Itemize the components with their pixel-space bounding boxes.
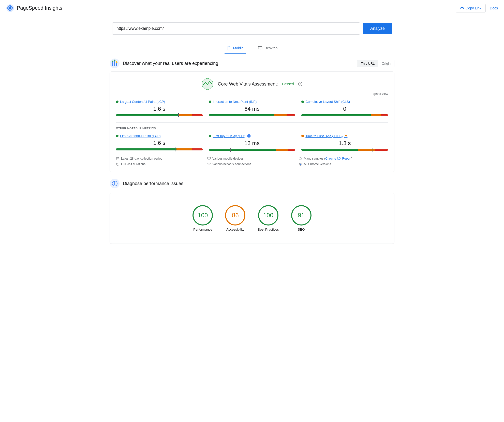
bar-red [288, 149, 295, 151]
footer-network: Various network connections [207, 162, 297, 166]
metric-bar-inp [209, 114, 295, 116]
svg-text:i: i [249, 135, 249, 137]
origin-button[interactable]: Origin [378, 60, 394, 67]
score-circle-performance: 100 [192, 205, 213, 226]
pagespeed-logo-icon [6, 4, 14, 12]
diagnose-icon [110, 178, 120, 189]
bar-orange [371, 114, 381, 116]
footer-visit-durations: Full visit durations [116, 162, 205, 166]
bar-orange [276, 149, 288, 151]
score-label-seo: SEO [298, 228, 305, 231]
cwv-header: Core Web Vitals Assessment: Passed ? [116, 78, 388, 90]
monitor-icon [207, 157, 211, 160]
metric-dot-cls [301, 101, 304, 103]
metric-value-fcp: 1.6 s [116, 140, 203, 146]
docs-link[interactable]: Docs [490, 6, 498, 10]
score-item-best-practices: 100 Best Practices [258, 205, 279, 231]
score-item-seo: 91 SEO [291, 205, 312, 231]
tab-desktop-label: Desktop [264, 46, 277, 50]
metric-value-lcp: 1.6 s [116, 106, 203, 112]
score-circle-seo: 91 [291, 205, 312, 226]
svg-point-33 [300, 164, 301, 165]
svg-text:?: ? [300, 83, 301, 85]
svg-point-2 [9, 7, 11, 9]
footer-mobile-devices-text: Various mobile devices [212, 157, 244, 160]
bar-green [301, 149, 358, 151]
metric-value-inp: 64 ms [209, 106, 295, 112]
real-users-title: Discover what your real users are experi… [123, 61, 218, 66]
bar-red [192, 148, 203, 150]
score-value-best-practices: 100 [263, 212, 273, 219]
bar-red [375, 149, 388, 151]
cwv-card: Core Web Vitals Assessment: Passed ? Exp… [110, 72, 394, 172]
metric-bar-track [116, 148, 203, 150]
score-value-performance: 100 [198, 212, 208, 219]
svg-point-29 [300, 157, 301, 158]
metric-bar-track [209, 114, 295, 116]
cwv-status: Passed [282, 82, 294, 86]
svg-rect-5 [258, 46, 262, 49]
copy-link-button[interactable]: Copy Link [456, 4, 486, 12]
tab-mobile[interactable]: Mobile [225, 43, 246, 54]
svg-point-14 [116, 61, 117, 63]
metric-dot-lcp [116, 101, 118, 103]
metric-value-cls: 0 [301, 106, 388, 112]
metric-label-fid[interactable]: First Input Delay (FID) i [209, 134, 295, 138]
metric-item-inp: Interaction to Next Paint (INP) 64 ms [209, 100, 295, 116]
metric-label-inp[interactable]: Interaction to Next Paint (INP) [209, 100, 295, 104]
bar-marker [306, 113, 306, 117]
score-label-accessibility: Accessibility [226, 228, 244, 231]
chrome-ux-report-link[interactable]: Chrome UX Report [325, 157, 351, 160]
mobile-icon [227, 46, 231, 50]
metric-label-fcp[interactable]: First Contentful Paint (FCP) [116, 134, 203, 138]
metric-label-cls[interactable]: Cumulative Layout Shift (CLS) [301, 100, 388, 104]
header-actions: Copy Link Docs [456, 4, 498, 12]
svg-rect-9 [112, 62, 113, 66]
url-bar: Analyze [112, 22, 392, 35]
bar-red [192, 114, 203, 116]
metric-name-fid: First Input Delay (FID) [213, 134, 245, 138]
section-title-area: Discover what your real users are experi… [110, 58, 218, 68]
cwv-title: Core Web Vitals Assessment: [218, 81, 278, 87]
footer-network-text: Various network connections [212, 162, 251, 166]
svg-rect-22 [116, 157, 119, 160]
metric-bar-cls [301, 114, 388, 116]
footer-info: Latest 28-day collection period Various … [116, 157, 388, 166]
copy-link-label: Copy Link [466, 6, 481, 10]
calendar-icon [116, 157, 120, 160]
header: PageSpeed Insights Copy Link Docs [0, 0, 504, 16]
metric-name-inp: Interaction to Next Paint (INP) [213, 100, 257, 104]
footer-collection-period-text: Latest 28-day collection period [121, 157, 162, 160]
this-url-button[interactable]: This URL [357, 60, 378, 67]
metric-item-ttfb: Time to First Byte (TTFB) ⚑ 1.3 s [301, 134, 388, 151]
metric-bar-fcp [116, 148, 203, 150]
tab-mobile-label: Mobile [233, 46, 244, 50]
svg-point-12 [112, 61, 113, 62]
metric-name-cls: Cumulative Layout Shift (CLS) [305, 100, 350, 104]
tab-desktop[interactable]: Desktop [256, 43, 279, 54]
url-input[interactable] [112, 22, 360, 35]
metric-bar-fid [209, 149, 295, 151]
expand-view-button[interactable]: Expand view [116, 92, 388, 96]
metric-item-cls: Cumulative Layout Shift (CLS) 0 [301, 100, 388, 116]
score-label-performance: Performance [193, 228, 212, 231]
main-metrics-grid: Largest Contentful Paint (LCP) 1.6 s Int… [116, 100, 388, 116]
metric-bar-track [301, 149, 388, 151]
chrome-icon [299, 162, 302, 166]
svg-point-30 [301, 158, 301, 158]
metric-name-lcp: Largest Contentful Paint (LCP) [120, 100, 165, 104]
svg-point-17 [209, 81, 210, 82]
people-icon [299, 157, 302, 160]
metric-label-ttfb[interactable]: Time to First Byte (TTFB) ⚑ [301, 134, 388, 138]
metric-bar-track [116, 114, 203, 116]
bar-red [381, 114, 388, 116]
footer-chrome-text: All Chrome versions [304, 162, 331, 166]
logo-area: PageSpeed Insights [6, 4, 62, 12]
analyze-button[interactable]: Analyze [363, 23, 392, 34]
bar-green [301, 114, 371, 116]
metric-item-fcp: First Contentful Paint (FCP) 1.6 s [116, 134, 203, 151]
scores-card: 100 Performance 86 Accessibility 100 Bes… [110, 193, 394, 244]
metric-label-lcp[interactable]: Largest Contentful Paint (LCP) [116, 100, 203, 104]
bar-orange [178, 114, 192, 116]
bar-orange [274, 114, 287, 116]
